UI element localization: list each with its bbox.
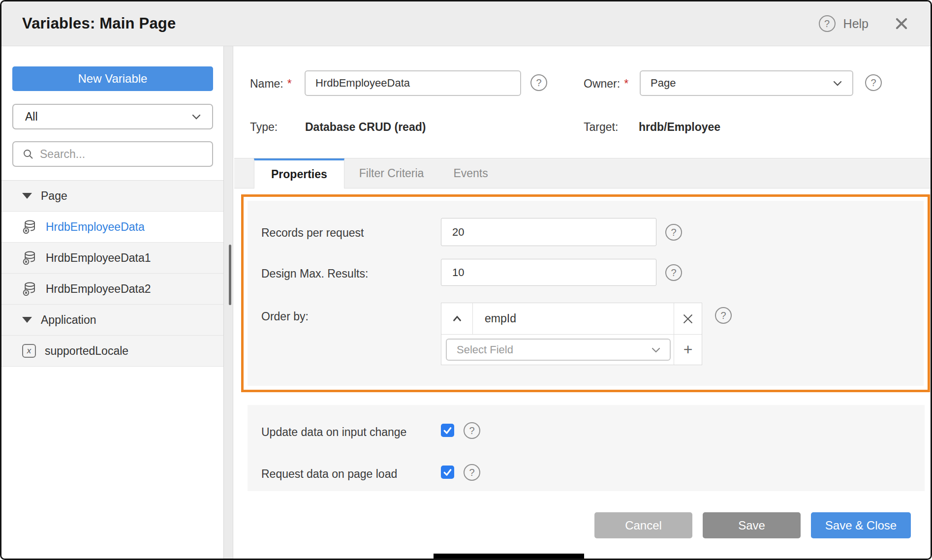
tree-item-supportedlocale[interactable]: x supportedLocale [1, 336, 223, 367]
records-per-request-input[interactable] [441, 218, 656, 246]
owner-select-value: Page [651, 77, 676, 90]
name-input[interactable] [305, 70, 521, 96]
order-by-field-value[interactable]: empId [473, 303, 674, 335]
save-button[interactable]: Save [703, 512, 801, 538]
owner-select[interactable]: Page [640, 70, 853, 96]
target-value: hrdb/Employee [639, 121, 720, 134]
highlighted-properties-section: Records per request ? Design Max. Result… [241, 194, 930, 392]
owner-label: Owner:* [584, 77, 628, 91]
text-variable-icon: x [22, 344, 36, 358]
remove-order-field-button[interactable] [674, 303, 702, 335]
design-max-results-help-icon[interactable]: ? [665, 264, 682, 281]
close-icon[interactable] [893, 15, 910, 32]
tab-events[interactable]: Events [438, 158, 502, 188]
tree-group-page[interactable]: Page [1, 181, 223, 212]
tree-item-label: supportedLocale [45, 344, 128, 358]
checkmark-icon [443, 467, 452, 477]
variable-filter-dropdown[interactable]: All [12, 104, 213, 129]
variables-dialog: Variables: Main Page ? Help New Variable… [0, 0, 932, 560]
help-label[interactable]: Help [843, 17, 869, 31]
checkmark-icon [443, 426, 452, 435]
name-help-icon[interactable]: ? [530, 74, 547, 91]
sort-direction-button[interactable] [441, 303, 473, 335]
tree-group-application[interactable]: Application [1, 305, 223, 336]
x-icon [682, 313, 694, 325]
update-on-input-help-icon[interactable]: ? [464, 422, 480, 439]
properties-panel: Records per request ? Design Max. Result… [248, 201, 924, 386]
database-icon [22, 250, 37, 265]
records-per-request-help-icon[interactable]: ? [665, 224, 682, 241]
target-label: Target: [584, 121, 618, 134]
new-variable-button[interactable]: New Variable [12, 66, 213, 91]
order-by-help-icon[interactable]: ? [715, 307, 732, 324]
bottom-edge-artifact [434, 554, 584, 560]
required-asterisk: * [624, 77, 628, 90]
select-field-dropdown[interactable]: Select Field [446, 339, 671, 361]
dialog-title: Variables: Main Page [22, 15, 176, 32]
add-order-field-button[interactable]: + [674, 335, 702, 365]
sidebar-scrollbar [224, 46, 233, 559]
tree-item-hrdbemployeedata1[interactable]: HrdbEmployeeData1 [1, 243, 223, 274]
tab-strip: Properties Filter Criteria Events [234, 158, 931, 188]
type-label: Type: [250, 121, 278, 134]
update-on-input-label: Update data on input change [261, 426, 406, 439]
required-asterisk: * [287, 77, 292, 90]
chevron-down-icon [190, 111, 202, 123]
type-value: Database CRUD (read) [305, 121, 426, 134]
tree-item-label: HrdbEmployeeData1 [46, 251, 151, 265]
design-max-results-input[interactable] [441, 259, 656, 286]
records-per-request-label: Records per request [261, 226, 364, 240]
database-icon [22, 281, 37, 296]
chevron-down-icon [650, 344, 662, 356]
dialog-header: Variables: Main Page ? Help [1, 1, 931, 46]
search-icon [22, 148, 34, 160]
sidebar-scrollbar-thumb[interactable] [229, 245, 231, 305]
tree-item-label: HrdbEmployeeData2 [46, 282, 151, 296]
variable-detail-panel: Name:* ? Owner:* Page ? Type: Database C… [233, 46, 931, 559]
data-options-panel: Update data on input change ? Request da… [248, 405, 925, 491]
save-and-close-button[interactable]: Save & Close [811, 512, 911, 538]
select-field-placeholder: Select Field [457, 343, 513, 356]
tree-item-hrdbemployeedata[interactable]: HrdbEmployeeData [1, 212, 223, 243]
tree-item-hrdbemployeedata2[interactable]: HrdbEmployeeData2 [1, 274, 223, 305]
chevron-up-icon [451, 312, 464, 325]
owner-help-icon[interactable]: ? [865, 74, 882, 91]
tab-properties[interactable]: Properties [254, 158, 344, 188]
tree-group-label: Page [41, 189, 67, 203]
design-max-results-label: Design Max. Results: [261, 267, 368, 280]
order-by-label: Order by: [261, 310, 309, 323]
database-icon [22, 219, 37, 234]
tab-filter-criteria[interactable]: Filter Criteria [344, 158, 439, 188]
chevron-down-icon [832, 77, 843, 89]
help-icon[interactable]: ? [819, 15, 836, 32]
variable-filter-value: All [25, 110, 38, 124]
request-on-load-checkbox[interactable] [441, 466, 454, 479]
tree-group-label: Application [41, 313, 96, 327]
order-by-widget: empId Select Field + [441, 303, 702, 365]
cancel-button[interactable]: Cancel [594, 512, 692, 538]
request-on-load-label: Request data on page load [261, 467, 397, 481]
name-label: Name:* [250, 77, 292, 91]
update-on-input-checkbox[interactable] [441, 424, 454, 437]
request-on-load-help-icon[interactable]: ? [464, 464, 480, 481]
caret-down-icon [22, 193, 32, 199]
search-input[interactable] [40, 148, 205, 161]
variables-sidebar: New Variable All Page [1, 46, 224, 559]
variables-tree: Page HrdbEmployeeData [1, 180, 223, 367]
tree-item-label: HrdbEmployeeData [46, 220, 145, 234]
caret-down-icon [22, 317, 32, 323]
search-box [12, 141, 213, 167]
